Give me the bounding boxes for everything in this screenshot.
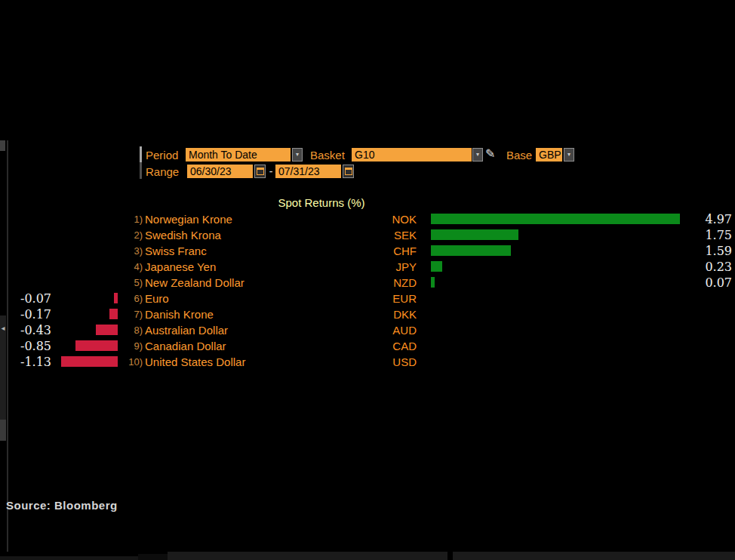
row-number[interactable]: 3) xyxy=(112,243,143,259)
positive-bar xyxy=(431,245,511,256)
period-select[interactable]: Month To Date xyxy=(186,148,291,162)
source-attribution: Source: Bloomberg xyxy=(6,499,118,512)
currency-name[interactable]: Canadian Dollar xyxy=(145,338,226,354)
calendar-icon xyxy=(257,168,264,175)
period-label: Period xyxy=(146,148,178,162)
currency-ticker: AUD xyxy=(377,322,417,338)
positive-bar xyxy=(431,277,435,288)
range-start-field[interactable]: 06/30/23 xyxy=(187,165,253,178)
basket-select[interactable]: G10 xyxy=(352,148,472,162)
splitter-thumb[interactable] xyxy=(0,420,6,441)
splitter-cap xyxy=(0,140,5,151)
currency-ticker: DKK xyxy=(377,306,417,322)
chevron-down-icon: ▾ xyxy=(296,151,299,158)
positive-bar xyxy=(431,229,518,240)
positive-value-label: 0.07 xyxy=(687,275,732,291)
chart-row: -0.85 9) Canadian Dollar CAD xyxy=(0,338,735,354)
toolbar-accent-bar-lower xyxy=(140,162,142,179)
currency-name[interactable]: Euro xyxy=(145,291,169,306)
row-number[interactable]: 7) xyxy=(112,306,143,322)
currency-name[interactable]: Norwegian Krone xyxy=(145,211,232,227)
negative-value-label: -0.17 xyxy=(15,306,51,322)
row-number[interactable]: 1) xyxy=(112,211,143,227)
collapse-left-icon: ◂ xyxy=(0,325,6,332)
currency-name[interactable]: Swiss Franc xyxy=(145,243,207,259)
bottom-edge-segment xyxy=(138,554,168,560)
period-dropdown-button[interactable]: ▾ xyxy=(292,148,303,162)
positive-value-label: 1.75 xyxy=(687,227,732,243)
base-select[interactable]: GBP xyxy=(536,148,562,162)
base-dropdown-button[interactable]: ▾ xyxy=(564,148,574,162)
range-label: Range xyxy=(146,165,179,179)
row-number[interactable]: 8) xyxy=(112,322,143,338)
positive-value-label: 4.97 xyxy=(687,211,732,227)
row-number[interactable]: 9) xyxy=(112,338,143,354)
negative-bar xyxy=(61,356,118,367)
currency-name[interactable]: United States Dollar xyxy=(145,354,245,370)
negative-value-label: -1.13 xyxy=(15,354,51,370)
chart-row: 2) Swedish Krona SEK 1.75 xyxy=(0,227,735,243)
chart-title: Spot Returns (%) xyxy=(0,195,643,211)
bottom-edge-segment xyxy=(0,556,138,560)
currency-ticker: USD xyxy=(377,354,417,370)
row-number[interactable]: 2) xyxy=(112,227,143,243)
range-separator: - xyxy=(267,165,275,178)
range-end-field[interactable]: 07/31/23 xyxy=(275,165,341,178)
chart-row: 4) Japanese Yen JPY 0.23 xyxy=(0,259,735,275)
positive-value-label: 0.23 xyxy=(687,259,732,275)
chevron-down-icon: ▾ xyxy=(567,151,570,158)
chart-row: -1.13 10) United States Dollar USD xyxy=(0,354,735,370)
bloomberg-screen: Period Month To Date ▾ Basket G10 ▾ ✎ Ba… xyxy=(0,0,735,560)
currency-ticker: JPY xyxy=(377,259,417,275)
chevron-down-icon: ▾ xyxy=(476,151,479,158)
row-number[interactable]: 6) xyxy=(112,291,143,306)
edit-pencil-icon[interactable]: ✎ xyxy=(485,146,495,161)
range-start-calendar-button[interactable] xyxy=(254,165,266,178)
positive-value-label: 1.59 xyxy=(687,243,732,259)
currency-ticker: NZD xyxy=(377,275,417,291)
toolbar-accent-bar xyxy=(140,146,142,162)
row-number[interactable]: 4) xyxy=(112,259,143,275)
currency-ticker: NOK xyxy=(377,211,417,227)
currency-name[interactable]: Swedish Krona xyxy=(145,227,221,243)
calendar-icon xyxy=(345,168,352,175)
row-number[interactable]: 10) xyxy=(112,354,143,370)
basket-dropdown-button[interactable]: ▾ xyxy=(472,148,483,162)
splitter-line xyxy=(7,140,8,552)
positive-bar xyxy=(431,261,442,272)
currency-ticker: CAD xyxy=(377,338,417,354)
chart-row: -0.17 7) Danish Krone DKK xyxy=(0,306,735,322)
currency-name[interactable]: Australian Dollar xyxy=(145,322,228,338)
currency-ticker: EUR xyxy=(377,291,417,306)
chart-row: -0.07 6) Euro EUR xyxy=(0,291,735,306)
negative-value-label: -0.85 xyxy=(15,338,51,354)
bottom-edge-segment xyxy=(168,552,447,560)
positive-bar xyxy=(431,214,680,224)
row-number[interactable]: 5) xyxy=(112,275,143,291)
currency-name[interactable]: Danish Krone xyxy=(145,306,214,322)
range-end-calendar-button[interactable] xyxy=(343,165,354,178)
basket-label: Basket xyxy=(310,148,345,162)
bottom-edge-segment xyxy=(453,552,735,560)
chart-row: 3) Swiss Franc CHF 1.59 xyxy=(0,243,735,259)
currency-name[interactable]: Japanese Yen xyxy=(145,259,216,275)
base-label: Base xyxy=(506,148,532,162)
chart-row: 5) New Zealand Dollar NZD 0.07 xyxy=(0,275,735,291)
panel-collapse-handle[interactable]: ◂ xyxy=(0,315,6,423)
currency-name[interactable]: New Zealand Dollar xyxy=(145,275,244,291)
currency-ticker: CHF xyxy=(377,243,417,259)
negative-value-label: -0.43 xyxy=(15,322,51,338)
chart-row: 1) Norwegian Krone NOK 4.97 xyxy=(0,211,735,227)
negative-value-label: -0.07 xyxy=(15,291,51,306)
currency-ticker: SEK xyxy=(377,227,417,243)
chart-row: -0.43 8) Australian Dollar AUD xyxy=(0,322,735,338)
